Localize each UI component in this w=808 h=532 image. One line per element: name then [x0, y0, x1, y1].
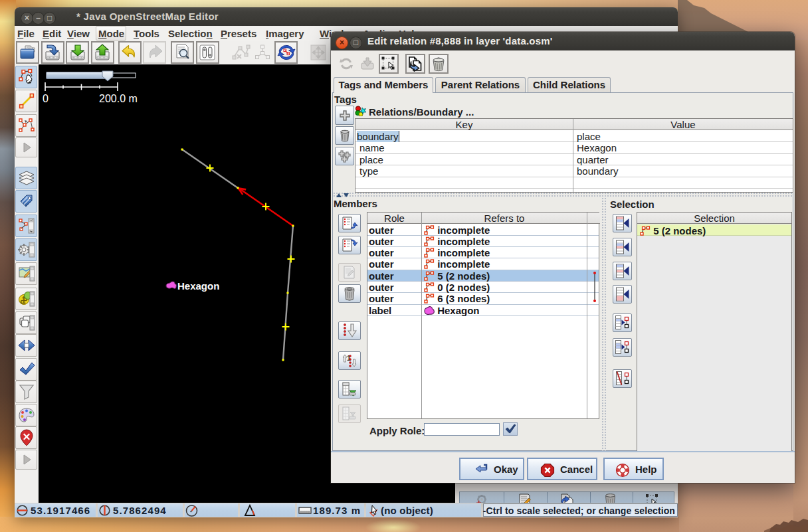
svg-text:0: 0 [43, 93, 49, 104]
svg-text:200.0 m: 200.0 m [99, 93, 138, 104]
svg-text:Hexagon: Hexagon [177, 280, 219, 292]
